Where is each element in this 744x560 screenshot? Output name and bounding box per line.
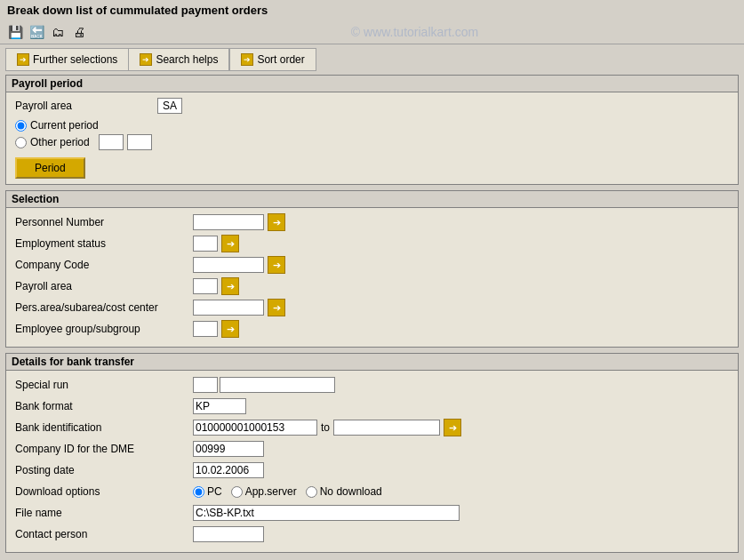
current-period-label: Current period bbox=[30, 119, 99, 132]
bank-transfer-section: Details for bank transfer Special run Ba… bbox=[5, 353, 739, 553]
other-period-input1[interactable] bbox=[99, 134, 124, 150]
search-helps-arrow: ➔ bbox=[140, 53, 152, 66]
sort-order-label: Sort order bbox=[257, 53, 304, 66]
print-icon[interactable]: 🖨 bbox=[69, 22, 89, 42]
save-icon[interactable]: 💾 bbox=[5, 22, 25, 42]
bank-identification-input[interactable] bbox=[193, 420, 317, 436]
posting-date-label: Posting date bbox=[15, 464, 193, 476]
selection-payroll-area-label: Payroll area bbox=[15, 280, 193, 292]
posting-date-input[interactable] bbox=[193, 462, 264, 478]
company-id-row: Company ID for the DME bbox=[15, 440, 729, 458]
selection-payroll-area-row: Payroll area ➔ bbox=[15, 277, 729, 295]
further-selections-arrow: ➔ bbox=[17, 53, 29, 66]
company-id-input[interactable] bbox=[193, 441, 264, 457]
bank-identification-arrow-btn[interactable]: ➔ bbox=[444, 419, 461, 436]
period-radio-group: Current period Other period bbox=[15, 119, 729, 150]
bank-format-label: Bank format bbox=[15, 400, 193, 412]
tab-bar: ➔ Further selections ➔ Search helps ➔ So… bbox=[0, 44, 744, 71]
bank-identification-to-input[interactable] bbox=[333, 420, 440, 436]
current-period-radio[interactable] bbox=[15, 120, 27, 132]
personnel-number-arrow-btn[interactable]: ➔ bbox=[268, 213, 285, 231]
other-period-radio[interactable] bbox=[15, 137, 27, 148]
main-window: Break down list of cummulated payment or… bbox=[0, 0, 744, 560]
store-icon[interactable]: 🗂 bbox=[48, 22, 68, 42]
to-label: to bbox=[321, 421, 330, 434]
company-id-label: Company ID for the DME bbox=[15, 443, 193, 455]
page-title: Break down list of cummulated payment or… bbox=[0, 0, 744, 20]
selection-header: Selection bbox=[6, 191, 738, 208]
employment-status-input[interactable] bbox=[193, 236, 218, 252]
tab-search-helps[interactable]: ➔ Search helps bbox=[128, 48, 229, 71]
pc-option[interactable]: PC bbox=[193, 485, 222, 498]
main-content: Payroll period Payroll area SA Current p… bbox=[0, 71, 744, 560]
employment-status-row: Employment status ➔ bbox=[15, 235, 729, 252]
other-period-row: Other period bbox=[15, 134, 729, 150]
bank-transfer-header: Details for bank transfer bbox=[6, 354, 738, 371]
company-code-label: Company Code bbox=[15, 259, 193, 271]
bank-format-value: KP bbox=[193, 398, 246, 414]
download-options-row: Download options PC App.server No downlo… bbox=[15, 483, 729, 500]
employee-group-label: Employee group/subgroup bbox=[15, 323, 193, 335]
file-name-label: File name bbox=[15, 507, 193, 519]
toolbar: 💾 🔙 🗂 🖨 © www.tutorialkart.com bbox=[0, 20, 744, 44]
selection-payroll-area-input[interactable] bbox=[193, 278, 218, 294]
employment-status-label: Employment status bbox=[15, 237, 193, 250]
company-code-input[interactable] bbox=[193, 257, 264, 273]
payroll-period-header: Payroll period bbox=[6, 76, 738, 92]
file-name-row: File name bbox=[15, 504, 729, 522]
watermark: © www.tutorialkart.com bbox=[91, 25, 739, 39]
other-period-input2[interactable] bbox=[127, 134, 152, 150]
contact-person-label: Contact person bbox=[15, 528, 193, 540]
special-run-label: Special run bbox=[15, 379, 193, 391]
special-run-input1[interactable] bbox=[193, 377, 218, 393]
no-download-option[interactable]: No download bbox=[306, 485, 382, 498]
back-icon[interactable]: 🔙 bbox=[27, 22, 46, 42]
tab-further-selections[interactable]: ➔ Further selections bbox=[5, 48, 128, 71]
bank-transfer-body: Special run Bank format KP Bank identifi… bbox=[6, 371, 738, 552]
period-button[interactable]: Period bbox=[15, 157, 85, 179]
payroll-area-label: Payroll area bbox=[15, 100, 157, 112]
personnel-number-row: Personnel Number ➔ bbox=[15, 213, 729, 231]
personnel-number-label: Personnel Number bbox=[15, 216, 193, 228]
payroll-period-section: Payroll period Payroll area SA Current p… bbox=[5, 75, 739, 185]
payroll-area-row: Payroll area SA bbox=[15, 98, 729, 114]
payroll-period-body: Payroll area SA Current period Other per… bbox=[6, 92, 738, 184]
pers-area-arrow-btn[interactable]: ➔ bbox=[268, 299, 285, 316]
search-helps-label: Search helps bbox=[156, 53, 218, 66]
app-server-option[interactable]: App.server bbox=[231, 485, 297, 498]
selection-payroll-area-arrow-btn[interactable]: ➔ bbox=[221, 277, 239, 295]
no-download-radio[interactable] bbox=[306, 486, 317, 498]
employee-group-row: Employee group/subgroup ➔ bbox=[15, 320, 729, 338]
bank-identification-row: Bank identification to ➔ bbox=[15, 419, 729, 436]
further-selections-label: Further selections bbox=[33, 53, 117, 66]
employee-group-arrow-btn[interactable]: ➔ bbox=[221, 320, 239, 338]
employee-group-input[interactable] bbox=[193, 321, 218, 337]
current-period-row: Current period bbox=[15, 119, 729, 132]
bank-identification-label: Bank identification bbox=[15, 421, 193, 434]
other-period-label: Other period bbox=[30, 136, 90, 148]
pers-area-row: Pers.area/subarea/cost center ➔ bbox=[15, 299, 729, 316]
pers-area-input[interactable] bbox=[193, 300, 264, 316]
personnel-number-input[interactable] bbox=[193, 214, 264, 230]
bank-format-row: Bank format KP bbox=[15, 397, 729, 415]
selection-body: Personnel Number ➔ Employment status ➔ C… bbox=[6, 208, 738, 347]
sort-order-arrow: ➔ bbox=[241, 53, 253, 66]
pers-area-label: Pers.area/subarea/cost center bbox=[15, 301, 193, 314]
posting-date-row: Posting date bbox=[15, 461, 729, 479]
special-run-row: Special run bbox=[15, 376, 729, 394]
employment-status-arrow-btn[interactable]: ➔ bbox=[221, 235, 239, 252]
selection-section: Selection Personnel Number ➔ Employment … bbox=[5, 190, 739, 348]
contact-person-input[interactable] bbox=[193, 526, 264, 542]
company-code-row: Company Code ➔ bbox=[15, 256, 729, 274]
tab-sort-order[interactable]: ➔ Sort order bbox=[229, 48, 316, 71]
file-name-input[interactable] bbox=[193, 505, 460, 521]
payroll-area-value: SA bbox=[157, 98, 182, 114]
pc-radio[interactable] bbox=[193, 486, 204, 498]
app-server-radio[interactable] bbox=[231, 486, 243, 498]
download-options-label: Download options bbox=[15, 485, 193, 498]
contact-person-row: Contact person bbox=[15, 525, 729, 543]
company-code-arrow-btn[interactable]: ➔ bbox=[268, 256, 285, 274]
special-run-input2[interactable] bbox=[220, 377, 335, 393]
